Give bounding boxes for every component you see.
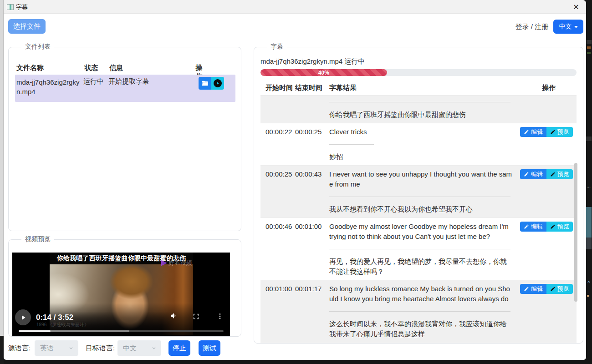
preview-button-label: 预览 bbox=[557, 222, 569, 231]
background-fragment bbox=[587, 46, 591, 49]
play-icon bbox=[20, 314, 27, 321]
row-actions: 编辑 预览 bbox=[520, 123, 577, 165]
play-icon bbox=[214, 79, 222, 87]
progress-bar: 40% bbox=[260, 69, 577, 76]
edit-button[interactable]: 编辑 bbox=[520, 222, 546, 232]
subtitle-row[interactable]: 你给我唱了西班牙摇篮曲你眼中最甜蜜的悲伤 编辑 预览 bbox=[260, 96, 577, 123]
fullscreen-icon bbox=[193, 313, 199, 320]
preview-button[interactable]: 预览 bbox=[546, 169, 573, 179]
column-actions: 操作 bbox=[542, 84, 577, 92]
start-time: 00:00:46 bbox=[260, 218, 295, 280]
watermark: 好看视频 bbox=[161, 259, 192, 267]
subtitle-english: Goodbye my almost lover Goodbye my hopel… bbox=[329, 222, 512, 242]
background-fragment bbox=[587, 52, 591, 54]
end-time: 00:01:00 bbox=[295, 218, 329, 280]
subtitle-divider bbox=[329, 144, 374, 145]
scrollbar-thumb[interactable] bbox=[574, 163, 577, 302]
stop-button[interactable]: 停止 bbox=[168, 340, 190, 356]
subtitle-row[interactable]: 00:01:00 00:01:17 So long my luckless ro… bbox=[260, 280, 577, 343]
background-fragment bbox=[587, 40, 592, 44]
preview-button[interactable]: 预览 bbox=[546, 222, 573, 232]
volume-icon bbox=[170, 312, 178, 320]
preview-button[interactable]: 预览 bbox=[546, 127, 573, 137]
subtitle-divider bbox=[329, 249, 510, 249]
subtitle-chinese: 这么长时间以来，我不幸的浪漫我背对你，我应该知道你给我带来了心痛几乎情侣总是这样 bbox=[329, 319, 512, 339]
watermark-logo-icon bbox=[161, 260, 167, 266]
subtitle-file-status: mda-jj7qh36zig2rgkyn.mp4 运行中 bbox=[260, 57, 577, 66]
progress-fill: 40% bbox=[260, 69, 387, 76]
subtitle-divider bbox=[329, 102, 510, 102]
select-file-button[interactable]: 选择文件 bbox=[8, 19, 46, 34]
subtitle-text-cell: 你给我唱了西班牙摇篮曲你眼中最甜蜜的悲伤 bbox=[329, 96, 512, 123]
fullscreen-button[interactable] bbox=[193, 313, 199, 322]
start-time bbox=[260, 96, 295, 123]
subtitle-chinese: 再见，我的爱人再见，我绝望的梦，我尽量不去想你，你就不能让我这样吗？ bbox=[329, 257, 512, 277]
subtitle-text-cell: Goodbye my almost lover Goodbye my hopel… bbox=[329, 218, 512, 280]
source-language-value: 英语 bbox=[40, 344, 54, 353]
preview-button-label: 预览 bbox=[557, 285, 569, 293]
row-actions: 编辑 预览 bbox=[520, 218, 577, 280]
subtitle-row[interactable]: 00:00:22 00:00:25 Clever tricks 妙招 编辑 预览 bbox=[260, 123, 577, 166]
pencil-icon bbox=[524, 172, 529, 177]
chevron-down-icon bbox=[68, 345, 74, 351]
folder-icon bbox=[201, 80, 209, 87]
subtitle-row[interactable]: 00:00:25 00:00:43 I never want to see yo… bbox=[260, 166, 577, 218]
edit-button-label: 编辑 bbox=[531, 285, 543, 293]
background-fragment: ⋯ bbox=[587, 185, 591, 189]
subtitle-text-cell: I never want to see you unhappy I though… bbox=[329, 166, 512, 217]
video-player[interactable]: 你给我唱了西班牙摇篮曲你眼中最甜蜜的悲伤 好看视频 0:14 / 3:52 19… bbox=[12, 253, 230, 336]
video-progress-track[interactable] bbox=[19, 330, 224, 332]
pencil-icon bbox=[550, 224, 556, 229]
video-play-button[interactable] bbox=[15, 309, 31, 325]
chevron-down-icon bbox=[574, 26, 578, 28]
login-register-link[interactable]: 登录 / 注册 bbox=[515, 23, 548, 31]
language-dropdown-button[interactable]: 中文 bbox=[553, 20, 583, 34]
edit-button-label: 编辑 bbox=[531, 128, 543, 136]
video-time: 0:14 / 3:52 bbox=[36, 313, 73, 322]
background-fragment: ⌃ bbox=[587, 280, 591, 287]
subtitle-text-cell: Clever tricks 妙招 bbox=[329, 123, 512, 165]
preview-button[interactable]: 预览 bbox=[546, 284, 573, 294]
kebab-menu-icon bbox=[216, 313, 224, 320]
pencil-icon bbox=[524, 286, 529, 292]
subtitle-chinese: 妙招 bbox=[329, 152, 512, 162]
desktop: ⋯ ⌃ 字幕 ✕ 选择文件 登录 / 注册 中文 文件列表 文件名称 状态 信息… bbox=[0, 0, 592, 364]
column-subtitle-result: 字幕结果 bbox=[329, 84, 512, 92]
subtitle-table-header: 开始时间 结束时间 字幕结果 操作 bbox=[260, 81, 577, 96]
preview-button-label: 预览 bbox=[557, 170, 569, 178]
source-language-label: 源语言: bbox=[8, 344, 31, 353]
subtitles-panel: 字幕 mda-jj7qh36zig2rgkyn.mp4 运行中 40% 开始时间… bbox=[254, 43, 583, 344]
subtitles-inner: mda-jj7qh36zig2rgkyn.mp4 运行中 40% 开始时间 结束… bbox=[260, 51, 577, 343]
edit-button[interactable]: 编辑 bbox=[520, 169, 546, 179]
pencil-icon bbox=[550, 286, 556, 292]
edit-button-label: 编辑 bbox=[531, 170, 543, 178]
film-watermark: 1996 《罗密欧与朱丽叶》 bbox=[36, 322, 89, 328]
edit-button[interactable]: 编辑 bbox=[520, 284, 546, 294]
row-actions: 编辑 预览 bbox=[520, 166, 577, 217]
titlebar: 字幕 ✕ bbox=[4, 0, 586, 14]
test-button[interactable]: 测试 bbox=[199, 340, 220, 356]
source-language-select[interactable]: 英语 bbox=[35, 340, 78, 356]
background-fragment bbox=[586, 207, 592, 238]
pencil-icon bbox=[524, 224, 529, 229]
file-row[interactable]: mda-jj7qh36zig2rgkyn.mp4 运行中 开始提取字幕 bbox=[15, 75, 235, 102]
edit-button[interactable]: 编辑 bbox=[520, 127, 546, 137]
close-icon[interactable]: ✕ bbox=[571, 2, 581, 12]
file-info: 开始提取字幕 bbox=[108, 75, 195, 102]
subtitle-chinese: 我从不想看到你不开心我以为你也希望我不开心 bbox=[329, 204, 512, 214]
background-window-edge bbox=[0, 0, 4, 336]
volume-button[interactable] bbox=[170, 312, 178, 322]
end-time: 00:00:43 bbox=[295, 166, 329, 217]
overflow-menu-button[interactable] bbox=[216, 313, 224, 322]
target-language-select[interactable]: 中文 bbox=[117, 340, 161, 356]
open-folder-button[interactable] bbox=[199, 77, 211, 90]
subtitle-text-cell: So long my luckless romance My back is t… bbox=[329, 280, 512, 342]
edit-button-label: 编辑 bbox=[531, 222, 543, 231]
start-time: 00:00:25 bbox=[260, 166, 295, 217]
subtitle-row[interactable]: 00:00:46 00:01:00 Goodbye my almost love… bbox=[260, 218, 577, 280]
video-preview-legend: 视频预览 bbox=[21, 235, 54, 243]
play-file-button[interactable] bbox=[211, 77, 224, 90]
start-time: 00:01:00 bbox=[260, 280, 295, 342]
subtitle-english: So long my luckless romance My back is t… bbox=[329, 284, 512, 304]
video-progress-played bbox=[19, 330, 51, 332]
